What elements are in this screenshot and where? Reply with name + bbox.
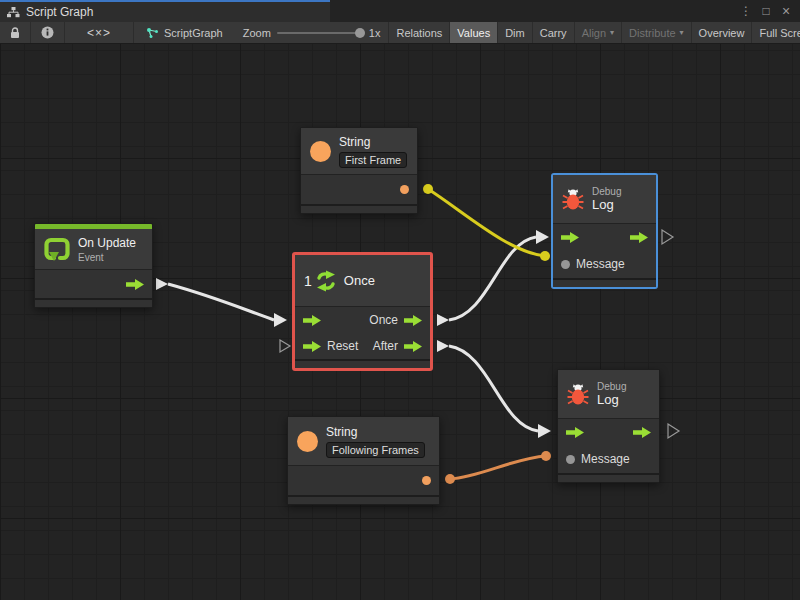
info-icon: [41, 26, 54, 39]
reset-after-row: Reset After: [295, 333, 430, 359]
flow-input-port[interactable]: [566, 427, 584, 438]
string-type-icon: [297, 431, 318, 452]
node-title: Log: [597, 392, 626, 407]
message-input-port[interactable]: [561, 260, 570, 269]
node-string-first[interactable]: String First Frame: [300, 127, 418, 214]
distribute-button[interactable]: Distribute ▾: [621, 22, 690, 43]
tab-bar-spacer: [330, 0, 738, 22]
zoom-slider[interactable]: [277, 32, 363, 34]
on-update-loop-icon: [44, 236, 70, 262]
node-footer: [301, 204, 417, 213]
flow-output-port[interactable]: [630, 232, 648, 243]
node-on-update[interactable]: On Update Event: [34, 223, 153, 308]
after-output-port[interactable]: [404, 341, 422, 352]
node-footer: [295, 359, 430, 368]
flow-output-port[interactable]: [126, 279, 144, 290]
node-title: Log: [592, 197, 621, 212]
node-header: On Update Event: [35, 229, 152, 270]
window-menu-button[interactable]: ⋮: [738, 1, 754, 21]
once-output-port[interactable]: [404, 315, 422, 326]
node-title: On Update: [78, 236, 136, 250]
once-cycle-icon: [316, 270, 336, 292]
flow-row: [558, 419, 659, 445]
chevron-down-icon: ▾: [680, 28, 684, 37]
relations-button[interactable]: Relations: [388, 22, 449, 43]
once-row: Once: [295, 307, 430, 333]
node-header: String Following Frames: [288, 417, 439, 466]
output-row: [35, 270, 152, 298]
node-footer: [35, 298, 152, 307]
connection-string-following-message[interactable]: [450, 456, 546, 479]
flow-output-port[interactable]: [633, 427, 651, 438]
unconnected-port-triangle[interactable]: [668, 424, 679, 438]
script-graph-icon: [146, 27, 159, 39]
unconnected-port-triangle[interactable]: [662, 230, 673, 244]
graph-toolbar: <×> ScriptGraph Zoom 1x Relations Values…: [0, 22, 800, 44]
string-value-field[interactable]: Following Frames: [326, 442, 425, 458]
wire-endpoint-dot: [423, 184, 433, 194]
node-footer: [553, 278, 656, 287]
tab-script-graph[interactable]: Script Graph: [0, 0, 330, 22]
wire-start-arrow: [437, 340, 449, 352]
connection-onupdate-once[interactable]: [168, 284, 274, 320]
dim-button[interactable]: Dim: [497, 22, 532, 43]
connection-string-first-message[interactable]: [428, 189, 545, 256]
port-label-after: After: [373, 339, 398, 353]
connection-once-debugbottom[interactable]: [449, 346, 538, 431]
breadcrumb[interactable]: ScriptGraph: [134, 22, 235, 43]
node-header: Debug Log: [553, 175, 656, 224]
reset-input-port[interactable]: [303, 341, 321, 352]
node-debug-log-bottom[interactable]: Debug Log Message: [555, 367, 662, 485]
output-row: [301, 175, 417, 204]
toolbar-toggles: Relations Values Dim Carry Align ▾ Distr…: [388, 22, 800, 43]
full-screen-button[interactable]: Full Screen: [751, 22, 800, 43]
lock-icon: [10, 27, 20, 39]
node-footer: [288, 495, 439, 504]
wire-endpoint-dot: [540, 251, 550, 261]
flow-input-port[interactable]: [561, 232, 579, 243]
lock-button[interactable]: [0, 22, 31, 43]
once-count: 1: [304, 273, 312, 289]
window-close-button[interactable]: ×: [778, 1, 794, 21]
message-input-port[interactable]: [566, 455, 575, 464]
chevron-down-icon: ▾: [610, 28, 614, 37]
node-header: Debug Log: [558, 370, 659, 419]
overview-button[interactable]: Overview: [691, 22, 752, 43]
wire-end-arrow: [536, 230, 549, 244]
string-output-port[interactable]: [422, 476, 431, 485]
bug-icon: [567, 383, 589, 406]
node-string-following[interactable]: String Following Frames: [287, 416, 440, 505]
flow-input-port[interactable]: [303, 315, 321, 326]
node-category: Debug: [597, 381, 626, 392]
zoom-slider-handle[interactable]: [355, 28, 365, 38]
string-value-field[interactable]: First Frame: [339, 152, 407, 168]
align-button[interactable]: Align ▾: [574, 22, 621, 43]
node-title: String: [339, 135, 407, 149]
wire-end-arrow: [274, 313, 287, 327]
values-button[interactable]: Values: [449, 22, 497, 43]
window-controls: ⋮ □ ×: [738, 0, 800, 22]
distribute-label: Distribute: [629, 27, 675, 39]
string-type-icon: [310, 141, 331, 162]
bug-icon: [562, 188, 584, 211]
tab-bar: Script Graph ⋮ □ ×: [0, 0, 800, 22]
window-maximize-button[interactable]: □: [758, 1, 774, 21]
graph-canvas[interactable]: String First Frame On Up: [0, 44, 800, 600]
wire-start-arrow: [156, 278, 168, 290]
unconnected-port-triangle[interactable]: [280, 340, 290, 352]
node-subtitle: Event: [78, 252, 136, 263]
node-footer: [558, 473, 659, 482]
zoom-control: Zoom 1x: [235, 22, 389, 43]
align-label: Align: [582, 27, 606, 39]
string-output-port[interactable]: [400, 185, 409, 194]
node-debug-log-top[interactable]: Debug Log Message: [551, 173, 658, 289]
port-label-once: Once: [369, 313, 398, 327]
inspect-button[interactable]: [31, 22, 65, 43]
node-once[interactable]: 1 Once Once: [292, 252, 433, 371]
carry-button[interactable]: Carry: [532, 22, 574, 43]
wire-endpoint-dot: [445, 474, 455, 484]
message-row: Message: [553, 250, 656, 278]
port-label-message: Message: [576, 257, 625, 271]
edit-source-button[interactable]: <×>: [65, 22, 134, 43]
node-title: String: [326, 425, 425, 439]
